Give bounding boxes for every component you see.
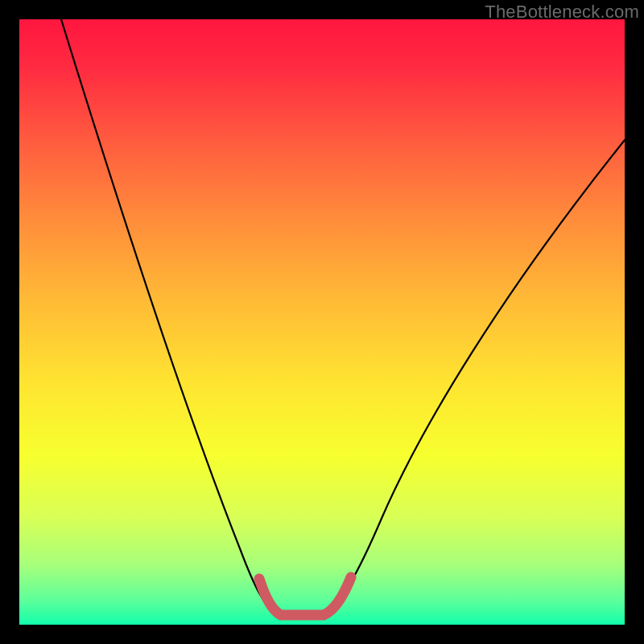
chart-frame: TheBottleneck.com <box>0 0 644 644</box>
curve-bottom-highlight <box>259 577 351 615</box>
curves-svg <box>19 19 625 625</box>
curve-main <box>61 19 625 613</box>
plot-area <box>19 19 625 625</box>
watermark-text: TheBottleneck.com <box>485 2 639 23</box>
